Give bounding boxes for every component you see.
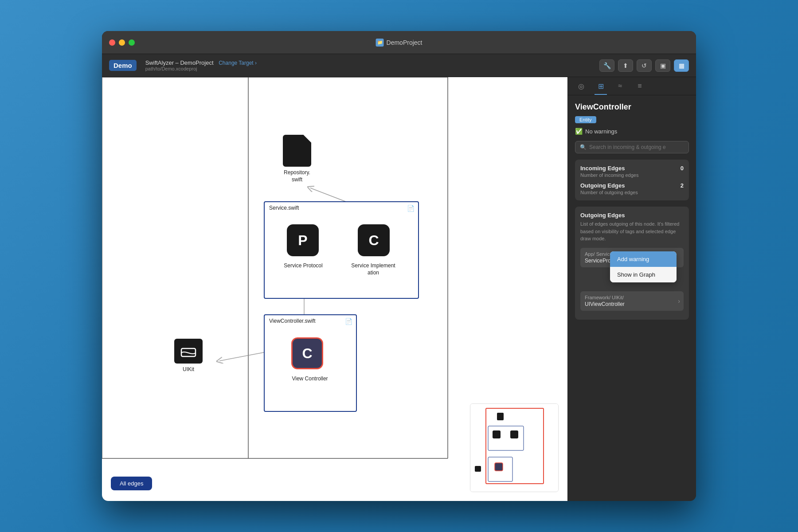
viewcontroller-file-label: ViewController.swift	[269, 318, 315, 324]
incoming-edges-value: 0	[681, 165, 684, 172]
service-file-box: Service.swift 📄 P Service Protocol C Ser	[264, 201, 419, 299]
svg-rect-14	[493, 430, 501, 438]
chart-icon: ≈	[618, 82, 622, 90]
layout-icon-2: ▦	[679, 62, 685, 69]
layout-button-2[interactable]: ▦	[674, 59, 689, 72]
entity-badge: Entity	[575, 116, 596, 123]
warnings-text: No warnings	[585, 128, 617, 135]
panel-tabs: ◎ ⊞ ≈ ≡	[568, 77, 696, 95]
toolbar: Demo SwiftAlyzer – DemoProject Change Ta…	[102, 54, 696, 77]
service-impl-letter: C	[368, 232, 379, 249]
mini-map-inner	[470, 404, 558, 492]
incoming-edges-metric: Incoming Edges 0 Number of incoming edge…	[580, 165, 684, 178]
svg-rect-11	[470, 404, 559, 492]
outgoing-edges-section: Outgoing Edges List of edges outgoing of…	[575, 207, 689, 320]
outgoing-section-desc: List of edges outgoing of this node. It'…	[580, 220, 684, 243]
panel-content: ViewController Entity ✅ No warnings 🔍	[568, 95, 696, 501]
maximize-button[interactable]	[129, 39, 135, 46]
layout-icon-1: ▣	[660, 62, 666, 69]
incoming-edges-label: Incoming Edges	[580, 165, 625, 172]
viewcontroller-letter: C	[302, 345, 312, 362]
service-file-label: Service.swift	[269, 205, 299, 211]
uikit-label: UIKit	[173, 366, 204, 373]
service-file-icon: 📄	[407, 205, 415, 212]
outgoing-edges-desc: Number of outgoing edges	[580, 190, 684, 195]
toolbar-right: 🔧 ⬆ ↺ ▣ ▦	[599, 59, 689, 72]
uikit-node[interactable]: UIKit	[173, 339, 204, 373]
viewcontroller-file-box: ViewController.swift 📄 C View Controller	[264, 314, 357, 412]
edge-arrow-2: ›	[678, 297, 680, 305]
graph-canvas: Repository. swift Service.swift 📄 P Serv…	[102, 77, 567, 501]
service-protocol-node[interactable]: P	[287, 224, 319, 256]
edge-path-2: Framework/ UIKit/	[585, 295, 679, 300]
search-input[interactable]	[589, 144, 684, 150]
edge-name-2: UIViewController	[585, 301, 679, 307]
check-icon: ✅	[575, 128, 583, 135]
tab-chart[interactable]: ≈	[614, 82, 626, 95]
graph-icon: ⊞	[598, 82, 604, 90]
titlebar: 📁 DemoProject	[102, 31, 696, 54]
edge-item-1[interactable]: App/ Service.swift/ ServiceProtocol Add …	[580, 248, 684, 267]
viewcontroller-file-icon: 📄	[345, 318, 352, 325]
outgoing-edges-label: Outgoing Edges	[580, 182, 625, 189]
warnings-row: ✅ No warnings	[575, 128, 689, 135]
svg-rect-17	[495, 463, 503, 471]
settings-icon: ≡	[638, 82, 642, 90]
tab-graph[interactable]: ⊞	[595, 82, 607, 95]
service-protocol-label: Service Protocol	[279, 262, 328, 270]
tab-settings[interactable]: ≡	[634, 82, 646, 95]
wrench-button[interactable]: 🔧	[599, 59, 614, 72]
mini-map[interactable]	[470, 403, 559, 492]
close-button[interactable]	[109, 39, 115, 46]
outgoing-section-title: Outgoing Edges	[580, 212, 684, 219]
toolbar-path: path/to/Demo.xcodeproj	[145, 66, 257, 71]
app-icon: 📁	[376, 39, 384, 47]
change-target-button[interactable]: Change Target ›	[219, 60, 257, 66]
right-panel: ◎ ⊞ ≈ ≡ ViewController Entity ✅	[567, 77, 696, 501]
context-menu: Add warning Show in Graph	[610, 251, 677, 282]
refresh-button[interactable]: ↺	[637, 59, 652, 72]
repository-node[interactable]: Repository. swift	[279, 135, 315, 183]
svg-rect-15	[510, 430, 518, 438]
logo-badge: Demo	[109, 60, 137, 71]
main-window: 📁 DemoProject Demo SwiftAlyzer – DemoPro…	[102, 31, 696, 501]
entity-title: ViewController	[575, 102, 689, 112]
outgoing-edges-metric: Outgoing Edges 2 Number of outgoing edge…	[580, 182, 684, 195]
service-impl-node[interactable]: C	[358, 224, 390, 256]
target-icon: ◎	[578, 82, 584, 90]
incoming-edges-desc: Number of incoming edges	[580, 172, 684, 178]
traffic-lights	[109, 39, 135, 46]
uikit-icon	[174, 339, 203, 364]
search-icon: 🔍	[580, 144, 587, 150]
viewcontroller-label: View Controller	[283, 376, 336, 383]
all-edges-badge[interactable]: All edges	[111, 477, 152, 490]
window-title: DemoProject	[387, 39, 422, 46]
mini-map-svg	[470, 404, 559, 492]
wrench-icon: 🔧	[603, 62, 611, 69]
svg-line-8	[219, 352, 266, 361]
graph-area[interactable]: Repository. swift Service.swift 📄 P Serv…	[102, 77, 567, 501]
layout-button-1[interactable]: ▣	[655, 59, 670, 72]
service-protocol-letter: P	[298, 232, 307, 249]
main-content: Repository. swift Service.swift 📄 P Serv…	[102, 77, 696, 501]
show-in-graph-item[interactable]: Show in Graph	[610, 267, 677, 282]
tab-target[interactable]: ◎	[575, 82, 587, 95]
repository-label: Repository. swift	[279, 169, 315, 183]
svg-rect-12	[497, 413, 504, 420]
share-button[interactable]: ⬆	[618, 59, 633, 72]
add-warning-item[interactable]: Add warning	[610, 251, 677, 267]
edge-item-2[interactable]: Framework/ UIKit/ UIViewController ›	[580, 291, 684, 311]
titlebar-center: 📁 DemoProject	[376, 39, 422, 47]
search-bar[interactable]: 🔍	[575, 141, 689, 153]
share-icon: ⬆	[623, 62, 628, 69]
metrics-section: Incoming Edges 0 Number of incoming edge…	[575, 160, 689, 200]
svg-rect-18	[475, 466, 481, 472]
toolbar-info: SwiftAlyzer – DemoProject Change Target …	[145, 59, 257, 71]
minimize-button[interactable]	[119, 39, 125, 46]
toolbar-title: SwiftAlyzer – DemoProject Change Target …	[145, 59, 257, 66]
refresh-icon: ↺	[642, 62, 647, 69]
service-impl-label: Service Implement ation	[347, 262, 400, 276]
outgoing-edges-value: 2	[681, 182, 684, 189]
viewcontroller-node[interactable]: C	[291, 337, 323, 369]
